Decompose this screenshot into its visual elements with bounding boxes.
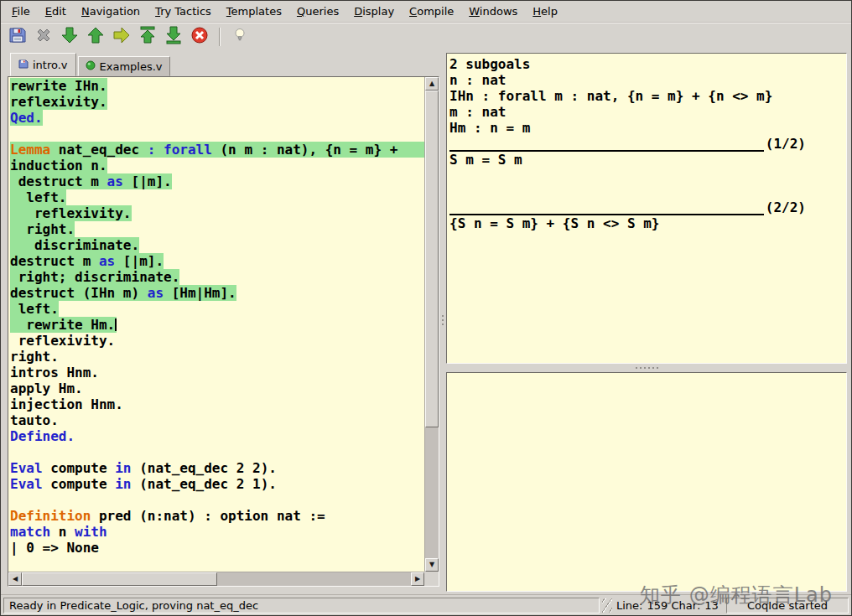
scroll-down-button[interactable]: ▼ (425, 558, 439, 572)
goals-content: 2 subgoalsn : natIHn : forall m : nat, {… (449, 56, 844, 231)
vertical-scroll-thumb[interactable] (425, 91, 439, 427)
code-line (10, 444, 424, 460)
go-to-cursor-button[interactable] (110, 25, 133, 49)
toolbar (1, 23, 851, 49)
watermark: 知乎 @编程语言Lab (640, 582, 833, 608)
back-one-step-icon (86, 25, 106, 48)
horizontal-scroll-thumb[interactable] (22, 572, 217, 586)
goal-line: IHn : forall m : nat, {n = m} + {n <> m} (449, 88, 844, 104)
code-line: destruct m as [|m]. (10, 253, 424, 269)
code-line: reflexivity. (10, 333, 424, 349)
scroll-left-button[interactable]: ◀ (8, 572, 22, 586)
code-line: | 0 => None (10, 540, 424, 556)
script-pane: intro.v Examples.v rewrite IHn.reflexivi… (8, 53, 439, 587)
tab-label: intro.v (33, 59, 68, 71)
statusbar-grip[interactable] (602, 598, 612, 613)
messages-panel (446, 372, 847, 592)
code-line: right. (10, 221, 424, 237)
code-line: destruct m as [|m]. (10, 173, 424, 189)
code-line: apply Hm. (10, 380, 424, 396)
goal-line: Hm : n = m (449, 120, 844, 136)
code-line: injection Hnm. (10, 396, 424, 412)
line-label: Line: (616, 599, 642, 612)
grip-dot (640, 367, 642, 369)
code-line: rewrite Hm. (10, 317, 424, 333)
menu-navigation[interactable]: Navigation (74, 3, 148, 20)
scroll-up-button[interactable]: ▲ (425, 77, 439, 91)
code-line: Definition pred (n:nat) : option nat := (10, 508, 424, 524)
code-line: right. (10, 349, 424, 365)
menu-windows[interactable]: Windows (461, 3, 525, 20)
menu-queries[interactable]: Queries (289, 3, 346, 20)
restart-button[interactable] (136, 25, 159, 49)
code-line (10, 492, 424, 508)
code-line: tauto. (10, 412, 424, 428)
menu-display[interactable]: Display (346, 3, 402, 20)
grip-dot (442, 319, 444, 321)
code-line: rewrite IHn. (10, 78, 424, 94)
save-button[interactable] (6, 25, 29, 49)
toolbar-separator (219, 28, 221, 46)
code-line: Eval compute in (nat_eq_dec 2 1). (10, 476, 424, 492)
interrupt-button[interactable] (188, 25, 211, 49)
grip-dot (652, 367, 654, 369)
floppy-tab-icon (18, 59, 29, 71)
code-line: left. (10, 189, 424, 205)
code-line: intros Hnm. (10, 365, 424, 380)
menu-try-tactics[interactable]: Try Tactics (148, 3, 219, 20)
goal-line: {S n = S m} + {S n <> S m} (449, 215, 844, 231)
tab-bar: intro.v Examples.v (8, 53, 439, 76)
tab-label: Examples.v (100, 60, 163, 73)
editor-vertical-scrollbar[interactable]: ▲ ▼ (424, 77, 439, 572)
go-to-end-icon (164, 25, 184, 48)
grip-dot (648, 367, 650, 369)
goal-line: S m = S m (449, 152, 844, 168)
menu-templates[interactable]: Templates (219, 3, 289, 20)
pane-divider-horizontal[interactable] (446, 364, 847, 372)
code-line: reflexivity. (10, 94, 424, 110)
text-cursor (115, 318, 117, 331)
menu-bar: File Edit Navigation Try Tactics Templat… (1, 1, 851, 23)
lightbulb-button[interactable] (228, 25, 252, 49)
close-icon (34, 25, 54, 48)
tab-intro[interactable]: intro.v (10, 53, 76, 76)
code-line: left. (10, 301, 424, 317)
forward-one-step-icon (60, 25, 80, 48)
interrupt-icon (190, 25, 210, 48)
close-button[interactable] (32, 25, 55, 49)
editor-horizontal-scrollbar[interactable]: ◀ ▶ (8, 572, 424, 586)
grip-dot (636, 367, 637, 369)
code-line: Lemma nat_eq_dec : forall (n m : nat), {… (10, 142, 424, 158)
editor-frame: rewrite IHn.reflexivity.Qed. Lemma nat_e… (8, 76, 439, 587)
scroll-right-button[interactable]: ▶ (411, 572, 424, 586)
code-line: Defined. (10, 428, 424, 444)
back-one-step-button[interactable] (84, 25, 107, 49)
goal-line: n : nat (449, 72, 844, 88)
scrollbar-corner (424, 572, 439, 586)
grip-dot (442, 315, 444, 317)
menu-help[interactable]: Help (525, 3, 565, 20)
lightbulb-icon (231, 27, 248, 46)
goal-line: m : nat (449, 104, 844, 120)
script-editor[interactable]: rewrite IHn.reflexivity.Qed. Lemma nat_e… (8, 77, 424, 572)
coqide-window: File Edit Navigation Try Tactics Templat… (0, 0, 852, 616)
goal-line: 2 subgoals (449, 56, 844, 72)
restart-icon (138, 25, 158, 48)
green-dot-icon (86, 60, 96, 73)
menu-file[interactable]: File (4, 3, 38, 20)
status-message: Ready in Predicate_Logic, proving nat_eq… (3, 598, 600, 613)
pane-divider-vertical[interactable] (439, 53, 446, 587)
goal-line (449, 168, 844, 184)
save-icon (8, 25, 28, 48)
code-line: induction n. (10, 158, 424, 173)
menu-edit[interactable]: Edit (38, 3, 74, 20)
tab-examples[interactable]: Examples.v (78, 56, 170, 76)
go-to-cursor-icon (112, 25, 132, 48)
go-to-end-button[interactable] (162, 25, 185, 49)
code-line: Qed. (10, 110, 424, 126)
grip-dot (442, 324, 444, 325)
forward-one-step-button[interactable] (58, 25, 81, 49)
code-line: match n with (10, 524, 424, 540)
goal-line (449, 184, 844, 199)
menu-compile[interactable]: Compile (402, 3, 461, 20)
